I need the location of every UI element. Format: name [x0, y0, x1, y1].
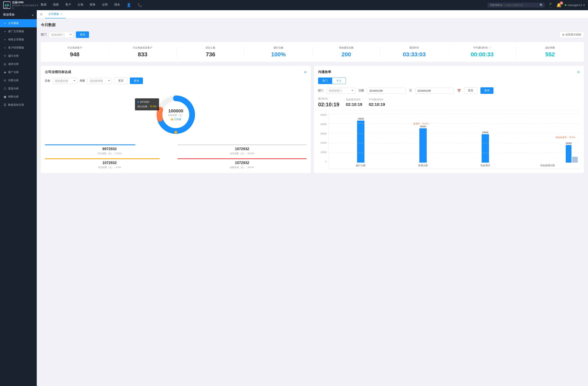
bar-effective-connect-blue: 有效接通率：70.9% — [566, 145, 571, 163]
completed-stat: 8972932 已完成量（元）｜70.9% — [45, 144, 174, 155]
y-label-0: 0 — [318, 160, 327, 163]
search-input[interactable] — [506, 4, 539, 6]
avg-duration-help-icon: ⓘ — [489, 46, 491, 50]
sidebar-item-promo[interactable]: ◈ 推广分析 — [0, 68, 37, 76]
settings-display-btn[interactable]: ⚙ 设置显示指标 — [559, 31, 584, 38]
data-flow-icon: ☰ — [3, 103, 6, 107]
comm-tab-dept[interactable]: 部门 — [318, 77, 332, 84]
stat-revisit-label: 回访人数 — [180, 46, 241, 50]
nav-user-icon[interactable]: 👤 — [126, 3, 132, 7]
tab-menu-toggle[interactable]: ☰ — [40, 13, 43, 16]
stat-effective-consult: 今日有效首咨客户 833 — [109, 46, 177, 58]
stat-effective-calls-value: 200 — [316, 51, 377, 58]
sidebar-item-account-manager[interactable]: ▪ 客户经理看板 — [0, 44, 37, 52]
today-query-btn[interactable]: 查询 — [76, 31, 89, 38]
stat-call-duration-label: 通话时长 — [384, 46, 445, 50]
username-label: manager11 — [567, 3, 582, 7]
sidebar: 数据看板 ▴ ▪ 公司看板 ▪ 推广主管看板 ▪ 销售主管看板 ▪ 客户经理看板… — [0, 10, 37, 386]
target-label: 目标 — [45, 79, 50, 83]
comm-stat-effective-duration: 有效通话时长 02:10:19 — [346, 98, 362, 107]
sidebar-item-channel[interactable]: ⬡ 渠道分析 — [0, 84, 37, 93]
y-label-10000: 10000 — [318, 151, 327, 154]
svg-point-6 — [174, 131, 177, 134]
sales-icon: ▣ — [3, 95, 6, 98]
tablet-icon[interactable]: 📱 — [548, 3, 553, 8]
stat-revisit-value: 736 — [180, 51, 241, 58]
company-board-icon: ▪ — [3, 22, 6, 25]
sidebar-item-promo-manager[interactable]: ▪ 推广主管看板 — [0, 27, 37, 36]
tab-company-board[interactable]: 公司看板 ✕ — [45, 10, 65, 18]
comm-stat-effective-duration-value: 02:10:19 — [346, 102, 362, 107]
comm-refresh-icon[interactable]: ⟳ — [577, 71, 580, 74]
nav-data[interactable]: 数据 — [40, 3, 47, 7]
bar-label-35000: 35000 — [420, 125, 426, 128]
comm-card-header: 沟通效率 ⟳ — [318, 70, 580, 74]
period-select[interactable]: 请选择周期 — [87, 78, 112, 84]
comm-stat-total-duration: 通话时长 02:10:19 — [318, 97, 339, 108]
stat-dial-count: 拨打次数 100% — [245, 46, 313, 58]
nav-leads[interactable]: 线索 — [52, 3, 60, 7]
target-query-btn[interactable]: 查询 — [130, 77, 143, 84]
completed-bar — [45, 144, 135, 145]
comm-dept-select[interactable]: 请选择部门 — [327, 88, 355, 94]
comm-date-from[interactable] — [367, 88, 406, 94]
search-submit-icon[interactable]: 🔍 — [540, 3, 543, 7]
stat-revisit: 回访人数 736 — [177, 46, 245, 58]
sidebar-header: 数据看板 ▴ — [0, 10, 37, 19]
stat-call-duration: 通话时长 03:33:03 — [380, 46, 448, 58]
x-label-dial: 拨打次数 — [331, 164, 391, 169]
sidebar-item-sales[interactable]: ▣ 销售分析 — [0, 93, 37, 101]
calendar-icon[interactable]: 📅 — [457, 89, 461, 92]
sidebar-item-promo-label: 推广分析 — [8, 70, 19, 74]
comm-filter: 部门 请选择部门 日期 至 📅 重置 查询 — [318, 87, 580, 94]
target-stat-grid: 8972932 已完成量（元）｜70.9% 1072932 未完成量（元）｜20… — [45, 144, 307, 169]
promo-manager-icon: ▪ — [3, 30, 6, 33]
nav-sea[interactable]: 公海 — [77, 3, 84, 7]
nav-customers[interactable]: 客户 — [64, 3, 72, 7]
incomplete-stat: 1072932 未完成量（元）｜20.9% — [177, 144, 307, 155]
search-type-select[interactable]: 手机号码 — [489, 3, 503, 7]
sidebar-item-cost[interactable]: ◎ 成本分析 — [0, 60, 37, 68]
nav-phone-icon[interactable]: 📞 — [137, 3, 143, 7]
comm-stat-effective-duration-label: 有效通话时长 — [346, 98, 362, 101]
comm-query-btn[interactable]: 查询 — [480, 87, 493, 94]
comm-reset-btn[interactable]: 重置 — [464, 87, 477, 94]
logo-text: 云朵CRM 教育机构一站式招生服务云平台 — [12, 1, 40, 10]
notification-icon[interactable]: 🔔 5 — [556, 3, 562, 8]
sidebar-item-sales-label: 销售分析 — [8, 95, 19, 98]
nav-ops[interactable]: 运营 — [101, 3, 109, 7]
sidebar-item-sales-manager[interactable]: ▪ 销售主管看板 — [0, 36, 37, 44]
stat-avg-duration-value: 00:00:33 — [452, 51, 513, 58]
top-nav: 云朵 CRM 云朵CRM 教育机构一站式招生服务云平台 数据 线索 客户 公海 … — [0, 0, 588, 10]
stat-effective-consult-label: 今日有效首咨客户 — [112, 46, 173, 50]
stat-effective-consult-value: 833 — [112, 51, 173, 58]
sidebar-collapse-icon[interactable]: ▴ — [32, 13, 34, 17]
comm-date-to[interactable] — [415, 88, 454, 94]
nav-enroll[interactable]: 报名 — [113, 3, 121, 7]
search-box: 手机号码 ▾ 🔍 — [487, 3, 545, 8]
user-dropdown-icon[interactable]: ▾ — [583, 3, 585, 7]
dept-filter-select[interactable]: 请选择部门 — [49, 32, 74, 38]
sidebar-item-data-flow[interactable]: ☰ 数据流转记录 — [0, 101, 37, 109]
sidebar-item-company-board[interactable]: ▪ 公司看板 — [0, 19, 37, 27]
sidebar-title: 数据看板 — [3, 13, 15, 17]
stat-deals-value: 552 — [519, 51, 581, 58]
stat-first-consult-label: 今日首咨客户 — [44, 46, 105, 50]
comm-tab-personal[interactable]: 个人 — [332, 77, 346, 84]
sidebar-item-visitor[interactable]: ⊙ 访客分析 — [0, 76, 37, 84]
tab-close-icon[interactable]: ✕ — [60, 13, 62, 16]
bar-connect: 接通率：70.9% — [419, 128, 427, 163]
target-reset-btn[interactable]: 重置 — [114, 77, 127, 84]
stat-deals: 成交单数 552 — [516, 46, 584, 58]
sidebar-item-account-manager-label: 客户经理看板 — [8, 46, 24, 50]
stat-avg-duration-label: 平均通话时长 ⓘ — [452, 46, 513, 50]
content-area: ☰ 公司看板 ✕ 今日数据 部门 请选择部门 查询 ⚙ 设置显示指标 — [37, 10, 588, 386]
sidebar-item-funnel[interactable]: ▽ 漏斗分析 — [0, 52, 37, 60]
nav-finance[interactable]: 财务 — [89, 3, 96, 7]
bar-chart: 50000 40000 30000 20000 10000 0 — [318, 114, 580, 169]
target-refresh-icon[interactable]: ⟳ — [304, 71, 307, 74]
stat-dial-count-value: 100% — [248, 51, 309, 58]
user-info[interactable]: manager11 ▾ — [565, 3, 585, 7]
stat-dial-count-label: 拨打次数 — [248, 46, 309, 50]
target-select[interactable]: 请选择目标 — [53, 78, 77, 84]
